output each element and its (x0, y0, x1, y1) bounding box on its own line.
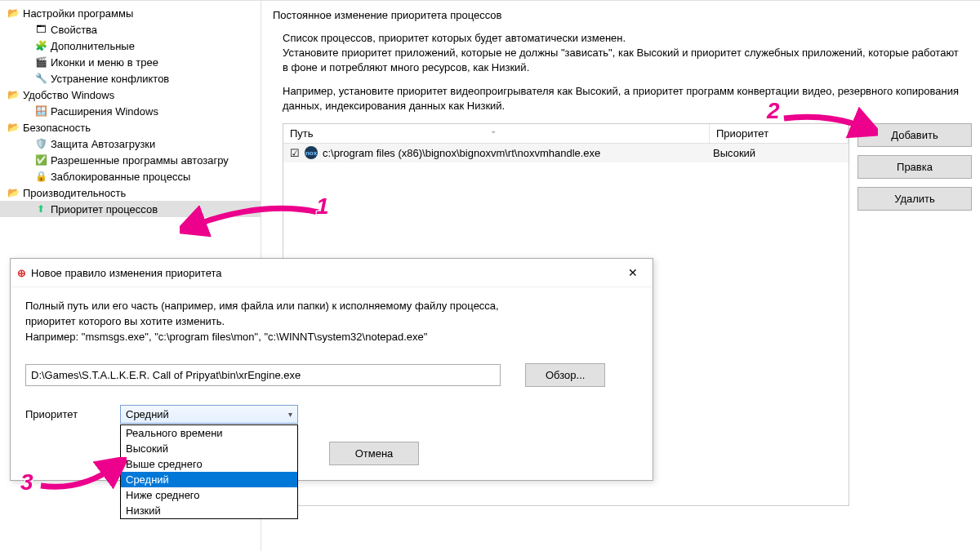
priority-up-icon: ⬆ (34, 202, 47, 216)
app-icon: nox (303, 146, 319, 159)
folder-open-icon: 📂 (7, 88, 20, 101)
tree-group-program-settings[interactable]: 📂 Настройки программы (0, 5, 261, 21)
folder-open-icon: 📂 (7, 121, 20, 134)
priority-dropdown: Реального времени Высокий Выше среднего … (120, 424, 298, 519)
desc-line: Список процессов, приоритет которых буде… (283, 31, 964, 46)
tree-group-label: Безопасность (23, 122, 91, 134)
wrench-icon: 🔧 (34, 72, 47, 85)
dialog-icon: ⊕ (17, 267, 26, 279)
tree-item-label: Разрешенные программы автозагру (51, 154, 229, 167)
desc-line: приоритет которого вы хотите изменить. (25, 314, 638, 330)
add-button[interactable]: Добавить (858, 123, 972, 147)
tree-item-label: Иконки и меню в трее (51, 56, 158, 69)
tree-item-label: Дополнительные (51, 40, 135, 52)
dialog-description: Полный путь или его часть (например, имя… (25, 299, 638, 345)
tree-item-label: Приоритет процессов (51, 203, 158, 216)
page-description: Список процессов, приоритет которых буде… (270, 28, 972, 123)
desc-line: Полный путь или его часть (например, имя… (25, 299, 638, 314)
window-icon: 🗔 (34, 23, 47, 36)
column-header-path[interactable]: Путь (283, 124, 710, 143)
dropdown-option-above-normal[interactable]: Выше среднего (121, 456, 297, 472)
table-row[interactable]: ☑ nox c:\program files (x86)\bignox\bign… (283, 144, 849, 162)
desc-line: Например: "msmsgs.exe", "c:\program file… (25, 330, 638, 345)
tree-item-tray-icons[interactable]: 🎬 Иконки и меню в трее (0, 54, 261, 70)
tree-item-blocked-processes[interactable]: 🔒 Заблокированные процессы (0, 168, 261, 184)
row-checkbox[interactable]: ☑ (287, 147, 303, 159)
tree-group-windows-convenience[interactable]: 📂 Удобство Windows (0, 87, 261, 103)
row-path: c:\program files (x86)\bignox\bignoxvm\r… (319, 145, 706, 161)
tree-item-label: Заблокированные процессы (51, 171, 190, 183)
tree-item-label: Защита Автозагрузки (51, 138, 155, 150)
dropdown-option-normal[interactable]: Средний (121, 472, 297, 487)
column-header-priority[interactable]: Приоритет (710, 124, 849, 143)
tree-item-properties[interactable]: 🗔 Свойства (0, 21, 261, 38)
priority-label: Приоритет (25, 408, 96, 420)
priority-combobox[interactable]: Средний ▾ (120, 405, 298, 424)
tree-item-allowed-startup[interactable]: ✅ Разрешенные программы автозагру (0, 152, 261, 168)
new-priority-rule-dialog: ⊕ Новое правило изменения приоритета ✕ П… (10, 258, 653, 481)
tree-group-label: Удобство Windows (23, 89, 114, 101)
combo-value: Средний (126, 408, 169, 420)
row-priority: Высокий (706, 145, 845, 161)
delete-button[interactable]: Удалить (858, 187, 972, 211)
desc-line: Например, установите приоритет видеопрои… (283, 84, 964, 113)
tree-group-security[interactable]: 📂 Безопасность (0, 119, 261, 136)
browse-button[interactable]: Обзор... (525, 363, 605, 387)
tree-group-label: Производительность (23, 187, 126, 199)
page-title: Постоянное изменение приоритета процессо… (270, 6, 972, 28)
shield-icon: 🛡️ (34, 137, 47, 150)
desc-line: Установите приоритет приложений, которые… (283, 46, 964, 75)
dropdown-option-realtime[interactable]: Реального времени (121, 425, 297, 441)
tree-group-performance[interactable]: 📂 Производительность (0, 184, 261, 201)
check-circle-icon: ✅ (34, 153, 47, 167)
tree-item-label: Устранение конфликтов (51, 73, 169, 85)
tree-item-windows-extensions[interactable]: 🪟 Расширения Windows (0, 103, 261, 119)
lock-icon: 🔒 (34, 170, 47, 183)
film-icon: 🎬 (34, 56, 47, 69)
dropdown-option-below-normal[interactable]: Ниже среднего (121, 487, 297, 503)
folder-open-icon: 📂 (7, 7, 20, 20)
tree-item-label: Свойства (51, 24, 97, 36)
dialog-title: Новое правило изменения приоритета (31, 267, 221, 279)
dropdown-option-low[interactable]: Низкий (121, 503, 297, 518)
cancel-button[interactable]: Отмена (329, 442, 419, 465)
tree-item-conflicts[interactable]: 🔧 Устранение конфликтов (0, 70, 261, 87)
folder-open-icon: 📂 (7, 186, 20, 199)
tree-item-process-priority[interactable]: ⬆ Приоритет процессов (0, 201, 261, 217)
dropdown-option-high[interactable]: Высокий (121, 441, 297, 456)
tree-item-label: Расширения Windows (51, 105, 158, 118)
path-input[interactable] (25, 364, 501, 386)
tree-group-label: Настройки программы (23, 7, 133, 20)
tree-item-startup-protection[interactable]: 🛡️ Защита Автозагрузки (0, 136, 261, 152)
close-button[interactable]: ✕ (620, 264, 646, 282)
edit-button[interactable]: Правка (858, 155, 972, 179)
chevron-down-icon: ▾ (288, 410, 292, 419)
tree-item-additional[interactable]: 🧩 Дополнительные (0, 38, 261, 54)
windows-icon: 🪟 (34, 104, 47, 118)
puzzle-icon: 🧩 (34, 39, 47, 52)
